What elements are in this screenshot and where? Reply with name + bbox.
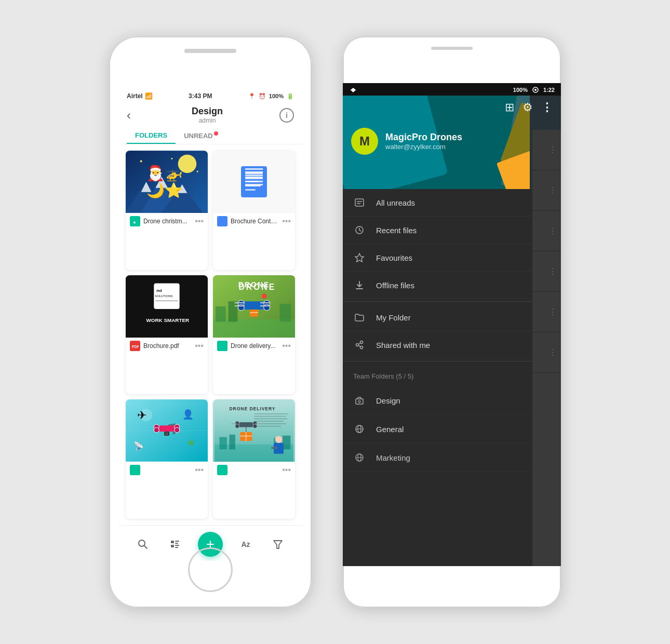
more-options-icon[interactable]: ⋮	[541, 101, 553, 114]
file-type-icon-doc	[217, 216, 227, 226]
dots-icon-6: ⋮	[548, 347, 557, 357]
svg-rect-116	[356, 399, 363, 404]
svg-rect-105	[355, 199, 364, 206]
menu-divider-2	[343, 361, 561, 361]
menu-item-marketing-folder[interactable]: Marketing 13	[343, 444, 561, 472]
svg-text:📡: 📡	[133, 441, 144, 451]
unread-badge	[214, 131, 218, 136]
svg-rect-92	[219, 466, 226, 474]
svg-point-89	[275, 436, 282, 443]
file-type-icon-pdf: PDF	[130, 341, 140, 351]
android-menu: All unreads Recent files	[343, 189, 561, 566]
menu-item-favourites[interactable]: Favourites	[343, 244, 561, 272]
status-right: 📍 ⏰ 100% 🔋	[248, 93, 294, 100]
svg-rect-43	[260, 302, 271, 303]
more-options-5[interactable]: •••	[195, 465, 204, 475]
grid-item-brochure-pdf[interactable]: md SOLUTIONS WORK SMARTER PDF Brochure.p…	[126, 275, 208, 395]
svg-marker-6	[155, 177, 168, 188]
svg-rect-96	[175, 541, 179, 542]
svg-text:DRONE: DRONE	[238, 283, 276, 291]
file-type-icon-drone	[217, 341, 227, 351]
svg-marker-7	[177, 184, 187, 193]
android-time: 1:22	[543, 87, 555, 93]
svg-line-94	[144, 546, 148, 549]
grid-item-drone-christmas[interactable]: 🚁 ▲ Drone christm... •••	[126, 151, 208, 270]
team-folders-title: Team Folders (5 / 5)	[353, 372, 413, 380]
svg-rect-64	[131, 466, 139, 474]
grid-item-drone-6[interactable]: DRONE DELIVERY	[213, 399, 295, 519]
offline-files-icon	[353, 279, 366, 291]
more-options-button[interactable]: •••	[195, 217, 204, 226]
menu-item-design-folder[interactable]: Design 7	[343, 386, 561, 415]
list-view-button[interactable]	[166, 535, 184, 554]
svg-text:👤: 👤	[182, 409, 194, 421]
favourites-label: Favourites	[376, 253, 551, 262]
svg-rect-48	[219, 342, 226, 350]
file-type-icon-6	[217, 465, 227, 475]
svg-text:▲: ▲	[132, 220, 137, 224]
tab-unread[interactable]: UNREAD	[176, 128, 226, 144]
bg-item-3: ⋮	[532, 211, 561, 251]
design-folder-icon	[353, 394, 366, 407]
grid-view-icon[interactable]: ⊞	[505, 101, 514, 114]
dots-icon-4: ⋮	[548, 266, 557, 276]
svg-point-47	[262, 293, 267, 299]
svg-rect-77	[283, 436, 290, 450]
menu-item-all-unreads[interactable]: All unreads	[343, 189, 561, 217]
menu-item-recent-files[interactable]: Recent files	[343, 217, 561, 244]
svg-text:PDF: PDF	[132, 345, 139, 348]
header-subtitle: admin	[135, 117, 279, 124]
svg-point-60	[175, 428, 180, 433]
ios-status-bar: Airtel 📶 3:43 PM 📍 ⏰ 100% 🔋	[118, 88, 302, 102]
target-icon	[532, 86, 539, 93]
svg-rect-56	[159, 426, 175, 432]
user-avatar[interactable]: M	[351, 128, 378, 155]
svg-rect-17	[245, 177, 263, 178]
sort-button[interactable]: Az	[236, 535, 255, 554]
user-name: MagicPro Drones	[385, 132, 462, 143]
svg-point-104	[534, 89, 537, 91]
user-email: walter@zyylker.com	[385, 143, 462, 151]
menu-item-shared-with-me[interactable]: Shared with me	[343, 331, 561, 359]
svg-rect-19	[245, 185, 261, 186]
grid-item-brochure-content[interactable]: Brochure Content •••	[213, 151, 295, 270]
grid-item-drone-5[interactable]: ✈ 🎵 👤 📡 ★	[126, 399, 208, 519]
dots-icon-3: ⋮	[548, 226, 557, 236]
settings-icon[interactable]: ⚙	[522, 101, 533, 114]
dots-icon-2: ⋮	[548, 185, 557, 195]
grid-item-footer-brochure-pdf: PDF Brochure.pdf •••	[126, 338, 208, 354]
more-options-button-drone-delivery[interactable]: •••	[282, 341, 291, 351]
add-button[interactable]: +	[198, 532, 223, 557]
filter-button[interactable]	[269, 535, 287, 554]
status-time: 3:43 PM	[189, 92, 212, 100]
svg-rect-33	[229, 301, 238, 322]
svg-rect-20	[245, 189, 256, 191]
more-options-button-pdf[interactable]: •••	[195, 341, 204, 351]
search-button[interactable]	[133, 535, 152, 554]
svg-rect-95	[171, 541, 174, 543]
grid-item-drone-delivery[interactable]: DRONE	[213, 275, 295, 395]
menu-item-my-folder[interactable]: My Folder	[343, 304, 561, 331]
back-button[interactable]: ‹	[127, 108, 131, 123]
more-options-button-brochure[interactable]: •••	[282, 217, 291, 226]
svg-text:★: ★	[186, 437, 196, 448]
ios-bottom-nav: + Az	[118, 525, 302, 561]
location-icon: 📍	[248, 93, 256, 100]
svg-point-10	[140, 160, 142, 163]
general-folder-icon	[353, 423, 366, 435]
more-options-6[interactable]: •••	[282, 465, 291, 475]
recent-files-icon	[353, 224, 366, 236]
menu-item-general-folder[interactable]: General 4	[343, 415, 561, 444]
svg-marker-102	[350, 88, 356, 92]
menu-item-offline-files[interactable]: Offline files	[343, 272, 561, 299]
grid-item-footer-drone-6: •••	[213, 462, 295, 478]
all-unreads-icon	[353, 196, 366, 209]
info-button[interactable]: i	[279, 108, 294, 123]
svg-rect-34	[279, 304, 291, 322]
tab-folders[interactable]: FOLDERS	[127, 128, 176, 144]
svg-rect-98	[171, 545, 174, 547]
svg-text:🚁: 🚁	[149, 167, 160, 178]
marketing-folder-label: Marketing	[376, 453, 527, 462]
battery-percent: 100%	[513, 87, 528, 93]
ios-tabs: FOLDERS UNREAD	[118, 126, 302, 144]
